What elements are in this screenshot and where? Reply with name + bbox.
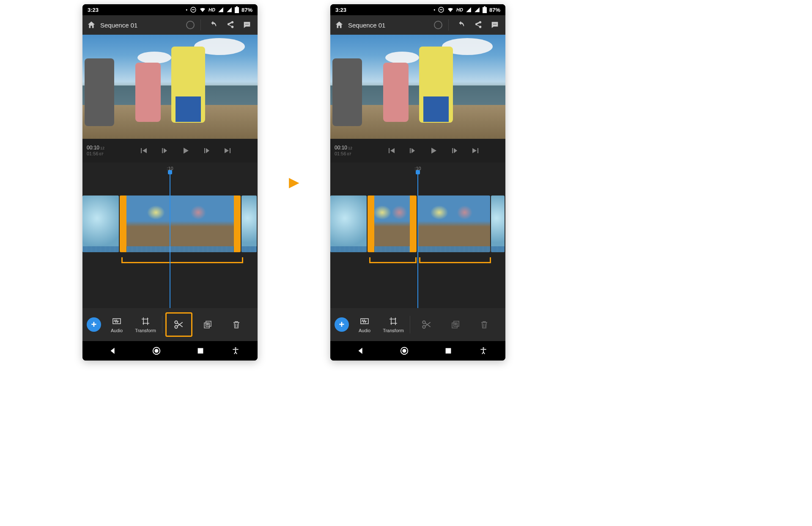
scissors-icon xyxy=(173,319,184,330)
step-forward-button[interactable] xyxy=(202,146,212,156)
clip-range-bracket xyxy=(419,257,491,263)
duplicate-button[interactable] xyxy=(195,313,221,336)
transform-button[interactable]: Transform xyxy=(380,316,406,333)
timecodes: 00:1012 01:5607 xyxy=(87,145,118,156)
add-media-button[interactable]: + xyxy=(87,317,101,332)
timeline-clip[interactable] xyxy=(330,196,367,252)
clip-range-bracket xyxy=(369,257,417,263)
home-icon[interactable] xyxy=(87,20,96,30)
toolbar-divider xyxy=(162,316,162,333)
clip-range-bracket xyxy=(121,257,243,263)
current-frames: 12 xyxy=(100,146,104,150)
svg-point-20 xyxy=(493,24,494,25)
timeline-clip[interactable] xyxy=(368,196,417,252)
status-time: 3:23 xyxy=(335,7,346,13)
audio-button[interactable]: Audio xyxy=(351,316,378,333)
android-nav xyxy=(82,341,258,361)
svg-point-5 xyxy=(247,24,247,25)
nav-back-button[interactable] xyxy=(344,346,378,355)
sequence-title[interactable]: Sequence 01 xyxy=(100,22,137,29)
trash-icon xyxy=(479,319,489,330)
nav-home-button[interactable] xyxy=(140,346,173,355)
svg-point-29 xyxy=(403,349,406,353)
status-bar: 3:23 • HD 87% xyxy=(330,4,505,15)
delete-button[interactable] xyxy=(223,313,250,336)
step-forward-button[interactable] xyxy=(450,146,460,156)
skip-start-button[interactable] xyxy=(138,146,148,156)
video-preview[interactable] xyxy=(82,35,258,139)
current-frames: 12 xyxy=(348,146,352,150)
undo-button[interactable] xyxy=(207,19,219,31)
undo-button[interactable] xyxy=(455,19,467,31)
skip-start-button[interactable] xyxy=(386,146,396,156)
timeline-clip[interactable] xyxy=(120,196,241,252)
svg-point-4 xyxy=(245,24,246,25)
signal-icon xyxy=(218,7,224,13)
share-button[interactable] xyxy=(224,19,236,31)
transform-button[interactable]: Transform xyxy=(132,316,159,333)
home-icon[interactable] xyxy=(335,20,344,30)
transport-controls xyxy=(118,146,253,156)
play-button[interactable] xyxy=(181,146,191,156)
comment-button[interactable] xyxy=(241,19,253,31)
clip-handle-right[interactable] xyxy=(410,196,417,252)
comment-button[interactable] xyxy=(488,19,501,31)
play-button[interactable] xyxy=(428,146,439,156)
sequence-title[interactable]: Sequence 01 xyxy=(348,22,385,29)
battery-pct: 87% xyxy=(241,7,252,13)
svg-rect-14 xyxy=(198,348,203,354)
current-time: 00:10 xyxy=(335,145,347,151)
audio-label: Audio xyxy=(359,328,370,333)
timeline-clip[interactable] xyxy=(491,196,505,252)
clip-handle-left[interactable] xyxy=(368,196,374,252)
split-clip-button[interactable] xyxy=(414,313,440,336)
share-button[interactable] xyxy=(472,19,484,31)
audio-button[interactable]: Audio xyxy=(104,316,130,333)
accessibility-button[interactable] xyxy=(475,347,492,355)
delete-button[interactable] xyxy=(471,313,497,336)
svg-point-13 xyxy=(155,349,159,353)
timeline-clip[interactable] xyxy=(82,196,119,252)
svg-rect-11 xyxy=(206,321,211,326)
timeline-clip[interactable] xyxy=(241,196,257,252)
header-divider xyxy=(200,19,201,30)
skip-end-button[interactable] xyxy=(223,146,233,156)
scissors-icon xyxy=(421,319,432,330)
step-back-button[interactable] xyxy=(407,146,417,156)
step-back-button[interactable] xyxy=(159,146,170,156)
video-preview[interactable] xyxy=(330,35,505,139)
bottom-toolbar: + Audio Transform xyxy=(330,308,505,341)
clip-handle-right[interactable] xyxy=(234,196,241,252)
accessibility-button[interactable] xyxy=(227,347,244,355)
nav-recent-button[interactable] xyxy=(184,346,217,355)
signal-icon xyxy=(466,7,472,13)
app-header: Sequence 01 xyxy=(330,15,505,35)
trash-icon xyxy=(231,319,241,330)
transition-arrow-icon: ▶ xyxy=(289,175,299,189)
nav-home-button[interactable] xyxy=(387,346,421,355)
duplicate-button[interactable] xyxy=(442,313,469,336)
timecodes: 00:1012 01:5607 xyxy=(335,145,366,156)
timeline[interactable]: :10 xyxy=(82,162,258,308)
transform-label: Transform xyxy=(135,328,156,333)
timeline-clip[interactable] xyxy=(417,196,490,252)
svg-rect-2 xyxy=(235,7,239,13)
audio-label: Audio xyxy=(111,328,123,333)
clip-handle-left[interactable] xyxy=(120,196,126,252)
android-nav xyxy=(330,341,505,361)
timeline[interactable]: :10 xyxy=(330,162,505,308)
playhead[interactable] xyxy=(170,173,170,308)
nav-recent-button[interactable] xyxy=(431,346,465,355)
battery-icon xyxy=(235,6,239,13)
skip-end-button[interactable] xyxy=(471,146,481,156)
split-clip-button[interactable] xyxy=(166,313,192,336)
sync-icon[interactable] xyxy=(186,21,195,29)
transport-controls xyxy=(366,146,501,156)
wifi-icon xyxy=(447,6,454,13)
svg-point-15 xyxy=(235,347,236,349)
playhead[interactable] xyxy=(417,173,418,308)
nav-back-button[interactable] xyxy=(96,346,130,355)
add-media-button[interactable]: + xyxy=(335,317,349,332)
sync-icon[interactable] xyxy=(434,21,442,29)
phone-after: 3:23 • HD 87% Sequence 01 xyxy=(330,4,505,361)
